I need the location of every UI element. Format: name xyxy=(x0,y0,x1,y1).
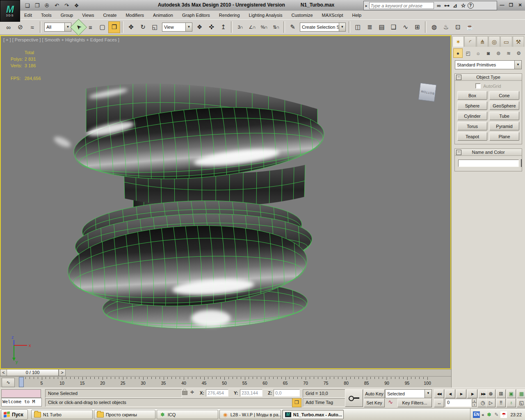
redo-icon[interactable]: ↷ xyxy=(62,1,71,9)
transform-type-in-icon[interactable]: ✛ xyxy=(190,390,197,396)
category-spacewarps-icon[interactable]: ≋ xyxy=(504,48,514,58)
zoom-extents-icon[interactable]: ▣ xyxy=(507,389,516,398)
select-and-move-icon[interactable]: ✥ xyxy=(125,21,137,33)
chevron-down-icon[interactable]: ▼ xyxy=(514,61,521,69)
category-systems-icon[interactable]: ⚙ xyxy=(514,48,523,58)
maxscript-mini-listener[interactable]: Welcome to M xyxy=(1,398,42,406)
next-frame-button[interactable]: |▶ xyxy=(467,389,477,398)
taskbar-task[interactable]: ✽ICQ xyxy=(157,410,218,419)
selection-filter-dropdown[interactable]: All ▼ xyxy=(44,23,71,32)
viewport-label[interactable]: [ + ] [ Perspective ] [ Smooth + Highlig… xyxy=(3,37,119,42)
save-file-icon[interactable]: ✇ xyxy=(43,1,51,9)
menu-group[interactable]: Group xyxy=(56,12,78,18)
tray-avira-icon[interactable]: ☂ xyxy=(500,411,507,418)
material-editor-icon[interactable]: ◍ xyxy=(428,21,440,33)
close-button[interactable]: ✕ xyxy=(517,2,523,8)
taskbar-task[interactable]: ◉L28 - W.I.P | Моды в ра... xyxy=(219,410,281,419)
tab-modify[interactable]: ◜ xyxy=(464,36,476,47)
curve-editor-icon[interactable]: ∿ xyxy=(399,21,411,33)
frame-spinner[interactable]: ▲▼ xyxy=(472,399,477,407)
current-frame-field[interactable]: 0 xyxy=(445,399,471,407)
walk-through-icon[interactable]: !! xyxy=(496,398,506,407)
collapse-icon[interactable]: − xyxy=(456,75,461,80)
primitive-teapot-button[interactable]: Teapot xyxy=(457,132,487,141)
x-coord-field[interactable]: 276,454 xyxy=(206,389,228,397)
menu-graph-editors[interactable]: Graph Editors xyxy=(178,12,215,18)
menu-help[interactable]: Help xyxy=(348,12,366,18)
menu-lighting-analysis[interactable]: Lighting Analysis xyxy=(244,12,287,18)
taskbar-task[interactable]: N1 Turbo xyxy=(31,410,93,419)
taskbar-task[interactable]: Просто скрины xyxy=(94,410,155,419)
primitive-geosphere-button[interactable]: GeoSphere xyxy=(489,101,519,110)
tab-hierarchy[interactable]: ⋔ xyxy=(477,36,488,47)
collapse-icon[interactable]: − xyxy=(456,150,461,155)
select-and-rotate-icon[interactable]: ↻ xyxy=(137,21,149,33)
menu-animation[interactable]: Animation xyxy=(148,12,178,18)
chevron-down-icon[interactable]: ▼ xyxy=(425,390,431,398)
start-button[interactable]: Пуск xyxy=(1,409,28,420)
menu-create[interactable]: Create xyxy=(98,12,121,18)
chevron-down-icon[interactable]: ▼ xyxy=(185,23,192,31)
play-button[interactable]: ▶ xyxy=(456,389,466,398)
chevron-down-icon[interactable]: ▼ xyxy=(339,23,345,31)
primitive-cylinder-button[interactable]: Cylinder xyxy=(457,112,487,120)
manage-layers-icon[interactable]: ▤ xyxy=(376,21,388,33)
maxscript-macro-recorder[interactable] xyxy=(1,389,41,398)
new-file-icon[interactable]: ❏ xyxy=(23,1,32,9)
render-setup-icon[interactable]: ♨ xyxy=(440,21,452,33)
language-indicator[interactable]: EN xyxy=(473,411,480,418)
minimize-button[interactable]: — xyxy=(499,2,505,8)
search-binoculars-icon[interactable]: ∞ xyxy=(435,2,443,9)
rendered-frame-window-icon[interactable]: ⊡ xyxy=(452,21,464,33)
zoom-all-icon[interactable]: ⊞ xyxy=(496,389,506,398)
selection-lock-icon[interactable] xyxy=(182,391,187,395)
window-crossing-icon[interactable]: ❒ xyxy=(108,21,120,33)
add-time-tag[interactable]: Add Time Tag xyxy=(303,398,346,407)
schematic-view-icon[interactable]: ⊞ xyxy=(411,21,423,33)
render-production-icon[interactable]: ☕ xyxy=(464,21,476,33)
project-folder-icon[interactable]: ❖ xyxy=(72,1,81,9)
search-input[interactable] xyxy=(369,2,434,9)
menu-maxscript[interactable]: MAXScript xyxy=(317,12,348,18)
taskbar-task[interactable]: MN1_Turbo.max - Auto... xyxy=(282,410,344,419)
tray-icq-icon[interactable]: ✽ xyxy=(486,411,492,418)
favorites-star-icon[interactable]: ☆ xyxy=(459,2,468,9)
primitive-pyramid-button[interactable]: Pyramid xyxy=(489,122,519,130)
zoom-extents-all-icon[interactable]: ▦ xyxy=(517,389,525,398)
select-and-manipulate-icon[interactable]: ✜ xyxy=(205,21,217,33)
key-filters-button[interactable]: Key Filters... xyxy=(397,398,432,407)
primitive-tube-button[interactable]: Tube xyxy=(489,112,519,120)
previous-frame-button[interactable]: ◀| xyxy=(445,389,455,398)
perspective-viewport[interactable]: [ + ] [ Perspective ] [ Smooth + Highlig… xyxy=(0,35,451,369)
menu-views[interactable]: Views xyxy=(78,12,98,18)
category-geometry-icon[interactable]: ● xyxy=(453,48,463,58)
rectangular-selection-region-icon[interactable]: ▢ xyxy=(96,21,108,33)
set-keys-button[interactable] xyxy=(345,389,363,407)
app-logo[interactable]: M 3DS xyxy=(0,0,20,22)
select-and-link-icon[interactable]: ∞ xyxy=(2,21,14,33)
frame-back-button[interactable]: < xyxy=(0,369,7,376)
default-tangent-icon[interactable]: ∿ xyxy=(386,398,395,406)
menu-rendering[interactable]: Rendering xyxy=(215,12,244,18)
primitive-plane-button[interactable]: Plane xyxy=(489,132,519,141)
frame-forward-button[interactable]: > xyxy=(59,369,66,376)
key-mode-toggle-icon[interactable]: ↔ xyxy=(434,398,444,407)
percent-snap-icon[interactable]: %∩ xyxy=(258,21,270,33)
menu-edit[interactable]: Edit xyxy=(20,12,37,18)
communication-center-icon[interactable]: ⊶ xyxy=(443,2,451,9)
tab-display[interactable]: ▭ xyxy=(500,36,512,47)
category-cameras-icon[interactable]: ◙ xyxy=(484,48,493,58)
help-icon[interactable]: ? xyxy=(468,2,474,9)
object-type-rollout-header[interactable]: − Object Type xyxy=(455,74,522,81)
category-lights-icon[interactable]: ☼ xyxy=(473,48,483,58)
auto-key-button[interactable]: Auto Key xyxy=(364,389,385,398)
undo-icon[interactable]: ↶ xyxy=(52,1,61,9)
autogrid-checkbox[interactable] xyxy=(475,83,481,89)
frame-range-display[interactable]: 0 / 100 xyxy=(7,369,59,376)
primitive-cone-button[interactable]: Cone xyxy=(489,91,519,100)
snap-toggle-3d-icon[interactable]: 3∩ xyxy=(234,21,246,33)
menu-tools[interactable]: Tools xyxy=(37,12,56,18)
spinner-snap-icon[interactable]: ⇅∩ xyxy=(270,21,282,33)
angle-snap-icon[interactable]: ∠∩ xyxy=(246,21,258,33)
restore-button[interactable]: ❐ xyxy=(508,2,514,8)
